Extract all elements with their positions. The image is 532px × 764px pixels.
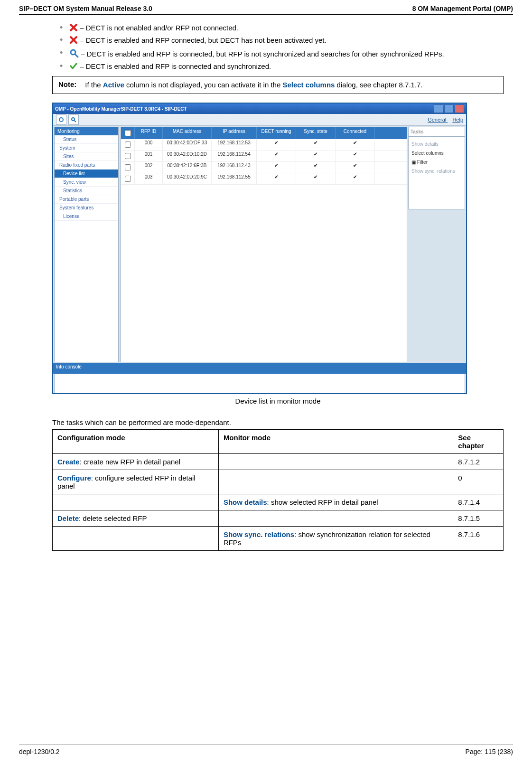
gear-button[interactable] [56, 114, 66, 125]
table-row[interactable]: 002 00:30:42:12:6E:3B 192.168.112.43 ✔ ✔… [121, 162, 407, 173]
cell-sync: ✔ [296, 139, 336, 150]
note-text: If the [85, 81, 103, 89]
table-row[interactable]: 001 00:30:42:0D:10:2D 192.168.112.54 ✔ ✔… [121, 151, 407, 162]
minimize-button[interactable] [434, 104, 443, 113]
task-select-columns[interactable]: Select columns [411, 149, 462, 158]
svg-point-2 [59, 118, 63, 122]
sidebar-item-system[interactable]: System [55, 144, 118, 152]
cell-ip: 192.168.112.54 [212, 151, 257, 161]
table-header-row: Configuration mode Monitor mode See chap… [53, 430, 504, 454]
cell-dect: ✔ [257, 139, 296, 150]
help-link[interactable]: Help [452, 117, 463, 123]
header-left: SIP–DECT OM System Manual Release 3.0 [19, 5, 152, 12]
list-item: – DECT is enabled and RFP is connected a… [62, 62, 504, 71]
bullet-text: – DECT is enabled and RFP connected, but… [80, 36, 326, 44]
cell-chapter: 8.7.1.2 [453, 454, 504, 470]
cell-ip: 192.168.112.55 [212, 173, 257, 184]
row-checkbox[interactable] [125, 176, 131, 182]
x-red-icon [69, 23, 78, 32]
row-checkbox[interactable] [125, 164, 131, 170]
cell-chapter: 8.7.1.6 [453, 527, 504, 551]
cmd-rest: : show selected RFP in detail panel [267, 498, 378, 506]
col-ip[interactable]: IP address [212, 127, 257, 139]
cmd-rest: : create new RFP in detail panel [80, 458, 180, 466]
select-all-checkbox[interactable] [125, 130, 131, 136]
table-row[interactable]: 003 00:30:42:0D:20:9C 192.168.112.55 ✔ ✔… [121, 173, 407, 185]
cell-id: 002 [135, 162, 163, 173]
page-header: SIP–DECT OM System Manual Release 3.0 8 … [19, 5, 513, 15]
col-conn[interactable]: Connected [336, 127, 375, 139]
table-row: Create: create new RFP in detail panel 8… [53, 454, 504, 470]
cell-mac: 00:30:42:0D:DF:33 [163, 139, 212, 150]
sidebar-item-syncview[interactable]: Sync. view [55, 178, 118, 187]
x-red-icon [69, 36, 78, 44]
sidebar-item-statistics[interactable]: Statistics [55, 187, 118, 195]
col-mac[interactable]: MAC address [163, 127, 212, 139]
device-table: RFP ID MAC address IP address DECT runni… [121, 127, 407, 362]
page-footer: depl-1230/0.2 Page: 115 (238) [19, 745, 513, 755]
cell-sync: ✔ [296, 173, 336, 184]
table-row: Configure: configure selected RFP in det… [53, 470, 504, 494]
row-checkbox[interactable] [125, 153, 131, 159]
cell-dect: ✔ [257, 151, 296, 161]
table-header-row: RFP ID MAC address IP address DECT runni… [121, 127, 407, 139]
cell-empty [218, 510, 453, 527]
close-button[interactable] [455, 104, 464, 113]
cell-conn: ✔ [336, 151, 375, 161]
note-box: Note: If the Active column is not displa… [52, 76, 504, 94]
sidebar-item-status[interactable]: Status [55, 135, 118, 144]
bullet-text: – DECT is enabled and RFP is connected a… [80, 62, 271, 70]
task-filter-label: Filter [417, 160, 428, 165]
general-link[interactable]: General [428, 117, 446, 123]
th-monitor: Monitor mode [218, 430, 453, 454]
cell-id: 003 [135, 173, 163, 184]
note-label: Note: [58, 80, 76, 90]
sidebar-item-devicelist[interactable]: Device list [55, 170, 118, 178]
cell-id: 001 [135, 151, 163, 161]
note-active-ref: Active [103, 81, 124, 89]
cell-sync: ✔ [296, 151, 336, 161]
task-show-details[interactable]: Show details [411, 140, 462, 149]
th-chapter: See chapter [453, 430, 504, 454]
sidebar-item-sysfeat[interactable]: System features [55, 204, 118, 212]
footer-left: depl-1230/0.2 [19, 748, 60, 755]
task-filter[interactable]: ▣ Filter [411, 158, 462, 167]
cell-chapter: 0 [453, 470, 504, 494]
sidebar-item-sites[interactable]: Sites [55, 152, 118, 161]
status-icon-list: – DECT is not enabled and/or RFP not con… [52, 23, 504, 71]
cell-dect: ✔ [257, 162, 296, 173]
col-dect[interactable]: DECT running [257, 127, 296, 139]
note-selectcols-ref: Select columns [282, 81, 335, 89]
note-text: dialog, see chapter 8.7.1.7. [335, 81, 422, 89]
cell-empty [53, 527, 219, 551]
sidebar-item-license[interactable]: License [55, 212, 118, 221]
cmd-configure: Configure [57, 474, 91, 482]
maximize-button[interactable] [444, 104, 454, 113]
tasks-panel: Tasks Show details Select columns ▣ Filt… [408, 127, 465, 362]
cell-id: 000 [135, 139, 163, 150]
sidebar-item-portable[interactable]: Portable parts [55, 195, 118, 204]
table-row: Show details: show selected RFP in detai… [53, 494, 504, 510]
col-rfpid[interactable]: RFP ID [135, 127, 163, 139]
sidebar-item-rfp[interactable]: Radio fixed parts [55, 161, 118, 170]
svg-line-1 [75, 54, 78, 57]
cmd-showdetails: Show details [224, 498, 267, 506]
bullet-text: – DECT is enabled and RFP is connected, … [81, 50, 444, 58]
search-button[interactable] [68, 114, 79, 125]
row-checkbox[interactable] [125, 141, 131, 148]
table-row[interactable]: 000 00:30:42:0D:DF:33 192.168.112.53 ✔ ✔… [121, 139, 407, 151]
top-toolbar: General Help [53, 114, 466, 126]
task-show-sync[interactable]: Show sync. relations [411, 167, 462, 176]
check-green-icon [69, 62, 78, 70]
col-sync[interactable]: Sync. state [296, 127, 336, 139]
magnifier-icon [69, 48, 79, 58]
info-console-body [54, 374, 465, 394]
note-text: column is not displayed, you can activat… [124, 81, 283, 89]
cmd-delete: Delete [57, 514, 79, 522]
cell-chapter: 8.7.1.5 [453, 510, 504, 527]
cell-empty [218, 454, 453, 470]
list-item: – DECT is enabled and RFP connected, but… [62, 36, 504, 45]
cell-mac: 00:30:42:0D:20:9C [163, 173, 212, 184]
top-links: General Help [423, 117, 463, 123]
window-title: OMP - OpenMobility ManagerSIP-DECT 3.0RC… [55, 106, 187, 112]
